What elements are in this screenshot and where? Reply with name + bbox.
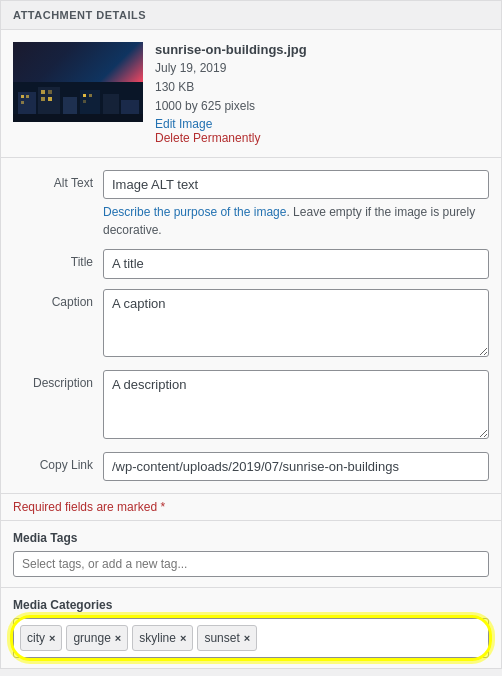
svg-rect-7 <box>48 90 52 94</box>
attachment-dimensions: 1000 by 625 pixels <box>155 97 489 116</box>
copy-link-label: Copy Link <box>13 452 103 472</box>
alt-text-input[interactable] <box>103 170 489 200</box>
svg-rect-6 <box>41 90 45 94</box>
tag-remove-button[interactable]: × <box>49 633 55 644</box>
tag-label: city <box>27 631 45 645</box>
media-tags-label: Media Tags <box>13 531 489 545</box>
category-tag: grunge × <box>66 625 128 651</box>
svg-rect-14 <box>83 100 86 103</box>
title-row: Title <box>13 249 489 279</box>
tag-remove-button[interactable]: × <box>244 633 250 644</box>
attachment-info: sunrise-on-buildings.jpg July 19, 2019 1… <box>1 30 501 158</box>
media-tags-input[interactable] <box>13 551 489 577</box>
alt-text-label: Alt Text <box>13 170 103 190</box>
required-note: Required fields are marked * <box>1 494 501 521</box>
caption-textarea[interactable]: A caption <box>103 289 489 358</box>
copy-link-row: Copy Link <box>13 452 489 482</box>
attachment-form: Alt Text Describe the purpose of the ima… <box>1 158 501 495</box>
tag-label: skyline <box>139 631 176 645</box>
description-field: A description <box>103 370 489 442</box>
media-categories-section: Media Categories city ×grunge ×skyline ×… <box>1 588 501 668</box>
svg-rect-12 <box>83 94 86 97</box>
svg-rect-9 <box>48 97 52 101</box>
attachment-filesize: 130 KB <box>155 78 489 97</box>
alt-text-field: Describe the purpose of the image. Leave… <box>103 170 489 240</box>
svg-rect-2 <box>21 95 24 98</box>
edit-image-link[interactable]: Edit Image <box>155 117 489 131</box>
tag-label: grunge <box>73 631 110 645</box>
svg-rect-17 <box>13 114 143 122</box>
svg-rect-3 <box>26 95 29 98</box>
svg-rect-13 <box>89 94 92 97</box>
caption-field: A caption <box>103 289 489 361</box>
delete-permanently-link[interactable]: Delete Permanently <box>155 131 489 145</box>
copy-link-input[interactable] <box>103 452 489 482</box>
tag-remove-button[interactable]: × <box>180 633 186 644</box>
description-row: Description A description <box>13 370 489 442</box>
category-tag: city × <box>20 625 62 651</box>
category-tag: sunset × <box>197 625 257 651</box>
attachment-meta: sunrise-on-buildings.jpg July 19, 2019 1… <box>155 42 489 145</box>
attachment-date: July 19, 2019 <box>155 59 489 78</box>
panel-header: Attachment Details <box>1 1 501 30</box>
copy-link-field <box>103 452 489 482</box>
media-categories-label: Media Categories <box>13 598 489 612</box>
tag-label: sunset <box>204 631 239 645</box>
tag-remove-button[interactable]: × <box>115 633 121 644</box>
categories-container: city ×grunge ×skyline ×sunset × <box>13 618 489 658</box>
description-label: Description <box>13 370 103 390</box>
title-input[interactable] <box>103 249 489 279</box>
category-tag: skyline × <box>132 625 193 651</box>
svg-rect-4 <box>21 101 24 104</box>
media-tags-section: Media Tags <box>1 521 501 588</box>
attachment-filename: sunrise-on-buildings.jpg <box>155 42 489 57</box>
attachment-details-panel: Attachment Details <box>0 0 502 669</box>
description-textarea[interactable]: A description <box>103 370 489 439</box>
alt-text-row: Alt Text Describe the purpose of the ima… <box>13 170 489 240</box>
attachment-thumbnail <box>13 42 143 122</box>
alt-text-help-link[interactable]: Describe the purpose of the image <box>103 205 286 219</box>
caption-row: Caption A caption <box>13 289 489 361</box>
alt-text-help: Describe the purpose of the image. Leave… <box>103 203 489 239</box>
title-field <box>103 249 489 279</box>
svg-rect-8 <box>41 97 45 101</box>
caption-label: Caption <box>13 289 103 309</box>
title-label: Title <box>13 249 103 269</box>
